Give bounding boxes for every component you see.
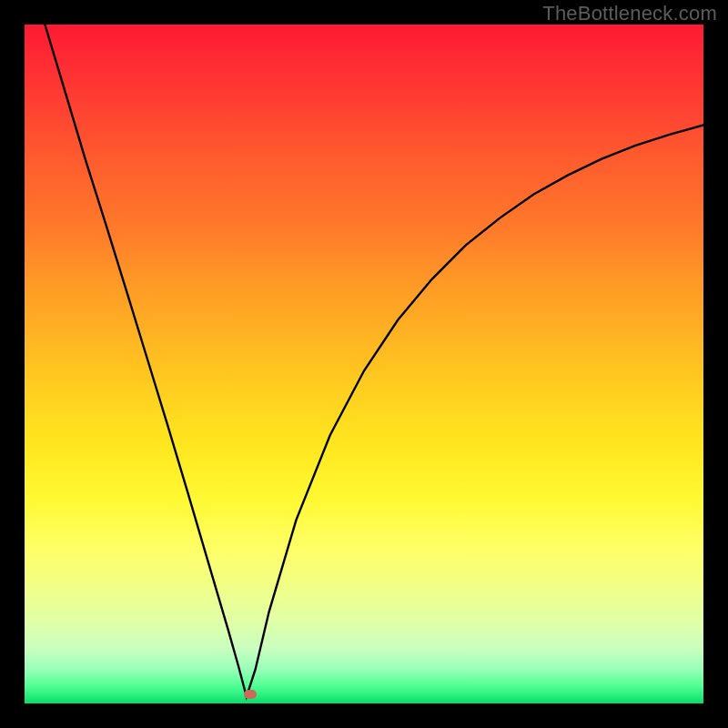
chart-frame: TheBottleneck.com: [0, 0, 728, 728]
plot-area: [25, 25, 703, 703]
watermark-text: TheBottleneck.com: [542, 2, 717, 25]
minimum-marker: [244, 690, 257, 699]
bottleneck-curve: [25, 25, 703, 703]
